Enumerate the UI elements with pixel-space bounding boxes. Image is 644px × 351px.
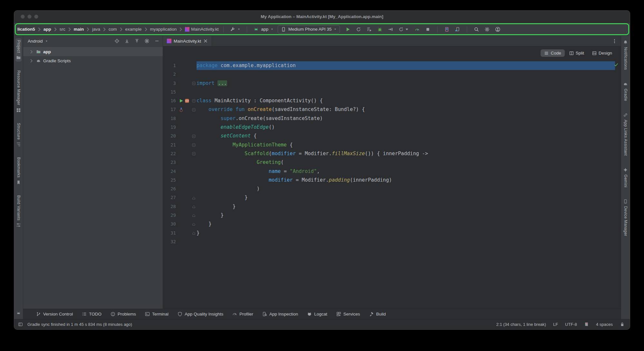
breadcrumb-item-main[interactable]: main xyxy=(72,26,85,32)
stop-button[interactable] xyxy=(424,26,431,33)
code-line-26[interactable]: 26 ) xyxy=(163,185,615,193)
tool-window-button-app-inspection[interactable]: App Inspection xyxy=(262,312,298,316)
indent-indicator[interactable]: 4 spaces xyxy=(596,322,613,327)
tool-window-button-services[interactable]: Services xyxy=(336,312,360,316)
code-line-30[interactable]: 30 } xyxy=(163,220,615,228)
coverage-button[interactable] xyxy=(398,26,410,33)
code-line-31[interactable]: 31} xyxy=(163,229,615,237)
device-mirror-button[interactable] xyxy=(454,26,461,33)
breadcrumb-item-app[interactable]: app xyxy=(42,26,53,32)
breadcrumb-item-mainactivity-kt[interactable]: MainActivity.kt xyxy=(184,26,220,32)
close-tab-icon[interactable] xyxy=(203,39,208,43)
tool-stripe-gradle[interactable]: Gradle xyxy=(622,80,629,103)
code-line-25[interactable]: 25 modifier = Modifier.padding(innerPadd… xyxy=(163,176,615,185)
running-devices-button[interactable] xyxy=(443,26,450,33)
editor-options-kebab-icon[interactable] xyxy=(612,39,617,44)
line-separator-indicator[interactable]: LF xyxy=(553,322,558,327)
zoom-window-button[interactable] xyxy=(34,15,38,19)
tool-stripe-project[interactable]: Project xyxy=(15,38,22,62)
apply-changes-button[interactable] xyxy=(366,26,373,33)
code-line-32[interactable]: 32 xyxy=(163,237,615,246)
breadcrumb-item-example[interactable]: example xyxy=(124,26,143,32)
panel-settings-icon[interactable] xyxy=(144,38,149,44)
fold-marker[interactable] xyxy=(191,135,197,138)
tool-stripe-resource-manager[interactable]: Resource Manager xyxy=(15,69,22,114)
tool-stripe-structure[interactable]: Structure xyxy=(15,121,22,148)
breadcrumb-item-lication5[interactable]: lication5 xyxy=(16,26,36,32)
editor-mode-design[interactable]: Design xyxy=(589,49,616,57)
hide-panel-icon[interactable] xyxy=(154,38,159,44)
run-button[interactable] xyxy=(344,26,351,33)
code-line-16[interactable]: 16class MainActivity : ComponentActivity… xyxy=(163,96,615,105)
debug-button[interactable] xyxy=(376,26,383,33)
editor-mode-code[interactable]: Code xyxy=(541,49,564,57)
sync-dropdown[interactable] xyxy=(227,25,243,33)
code-line-18[interactable]: 18 super.onCreate(savedInstanceState) xyxy=(163,114,615,123)
tool-stripe-notifications[interactable]: Notifications xyxy=(622,38,629,72)
run-configuration-dropdown[interactable]: app xyxy=(251,25,276,33)
code-line-21[interactable]: 21 MyApplicationTheme { xyxy=(163,141,615,149)
code-line-23[interactable]: 23 Greeting( xyxy=(163,158,615,167)
fold-marker[interactable] xyxy=(191,99,197,103)
tool-window-button-terminal[interactable]: Terminal xyxy=(145,312,168,316)
tool-window-button-profiler[interactable]: Profiler xyxy=(232,312,253,316)
fold-marker[interactable] xyxy=(191,205,197,208)
compose-badge-icon[interactable] xyxy=(185,98,189,103)
profile-avatar-button[interactable] xyxy=(494,26,501,33)
tool-stripe-app-links-assistant[interactable]: App Links Assistant xyxy=(622,111,629,157)
code-line-2[interactable]: 2 xyxy=(163,70,615,79)
device-selector-dropdown[interactable]: Medium Phone API 35 xyxy=(278,25,340,34)
profile-button[interactable] xyxy=(414,26,421,33)
tool-window-button-build[interactable]: Build xyxy=(369,312,386,316)
window-titlebar[interactable]: My Application – MainActivity.kt [My_App… xyxy=(14,11,630,23)
tool-window-button-app-quality-insights[interactable]: App Quality Insights xyxy=(178,312,223,316)
fold-marker[interactable] xyxy=(191,214,197,217)
notification-book-icon[interactable] xyxy=(584,322,589,327)
attach-debugger-button[interactable] xyxy=(387,26,394,33)
code-editor[interactable]: 1package com.example.myapplication23impo… xyxy=(163,46,621,246)
code-line-15[interactable]: 15 xyxy=(163,88,615,96)
breadcrumb-item-src[interactable]: src xyxy=(58,26,67,32)
fold-marker[interactable] xyxy=(191,108,197,112)
override-gutter-icon[interactable] xyxy=(179,107,184,112)
editor-tab-mainactivity[interactable]: MainActivity.kt xyxy=(163,36,212,46)
fold-marker[interactable] xyxy=(191,152,197,155)
tool-stripe-emulator[interactable] xyxy=(15,309,22,317)
fold-marker[interactable] xyxy=(191,143,197,147)
locate-icon[interactable] xyxy=(114,38,120,44)
tool-stripe-build-variants[interactable]: Build Variants xyxy=(15,194,22,229)
inspections-ok-icon[interactable] xyxy=(614,62,619,67)
rerun-button[interactable] xyxy=(355,26,362,33)
code-line-3[interactable]: 3import ... xyxy=(163,79,615,88)
tool-window-button-logcat[interactable]: Logcat xyxy=(307,312,327,316)
tool-window-layout-icon[interactable] xyxy=(18,322,23,327)
code-line-24[interactable]: 24 name = "Android", xyxy=(163,167,615,176)
expand-all-icon[interactable] xyxy=(124,38,130,44)
close-window-button[interactable] xyxy=(21,15,25,19)
run-gutter-icon[interactable] xyxy=(179,98,184,103)
tool-stripe-device-manager[interactable]: Device Manager xyxy=(622,197,629,238)
fold-marker[interactable] xyxy=(191,196,197,200)
code-line-28[interactable]: 28 } xyxy=(163,202,615,211)
breadcrumb-item-java[interactable]: java xyxy=(91,26,101,32)
fold-marker[interactable] xyxy=(191,222,197,226)
code-line-19[interactable]: 19 enableEdgeToEdge() xyxy=(163,123,615,132)
breadcrumb-item-myapplication[interactable]: myapplication xyxy=(149,26,178,32)
encoding-indicator[interactable]: UTF-8 xyxy=(565,322,577,327)
tool-window-button-todo[interactable]: TODO xyxy=(82,312,101,316)
code-line-17[interactable]: 17 override fun onCreate(savedInstanceSt… xyxy=(163,105,615,114)
caret-position[interactable]: 2:1 (34 chars, 1 line break) xyxy=(496,322,546,327)
minimize-window-button[interactable] xyxy=(27,15,32,19)
tool-stripe-gemini[interactable]: Gemini xyxy=(622,166,629,189)
project-view-selector[interactable]: Android xyxy=(28,39,43,44)
settings-button[interactable] xyxy=(484,26,491,33)
code-line-22[interactable]: 22 Scaffold(modifier = Modifier.fillMaxS… xyxy=(163,149,615,158)
tool-window-button-version-control[interactable]: Version Control xyxy=(36,312,73,316)
tool-window-button-problems[interactable]: Problems xyxy=(111,312,136,316)
fold-marker[interactable] xyxy=(191,231,197,235)
breadcrumb-item-com[interactable]: com xyxy=(107,26,118,32)
code-line-27[interactable]: 27 } xyxy=(163,193,615,202)
search-everywhere-button[interactable] xyxy=(473,26,480,33)
code-line-20[interactable]: 20 setContent { xyxy=(163,132,615,140)
lock-icon[interactable] xyxy=(620,322,625,327)
